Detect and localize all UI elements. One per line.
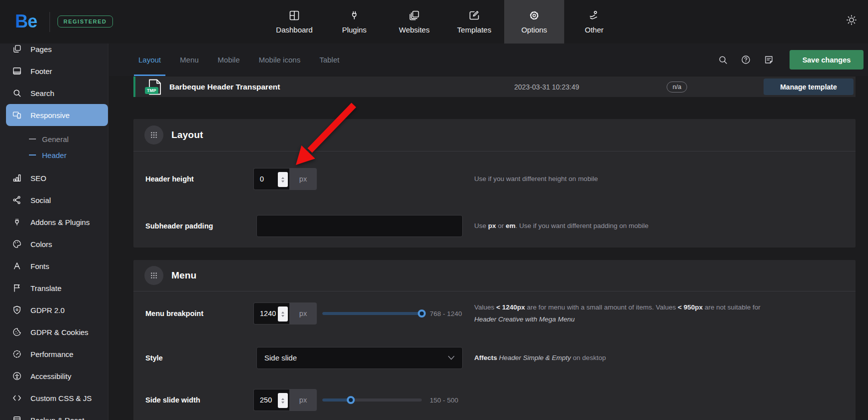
sidebar-subitem-header[interactable]: Header [0, 147, 108, 163]
menu-breakpoint-slider[interactable] [322, 310, 422, 318]
save-changes-button[interactable]: Save changes [790, 50, 864, 70]
nav-websites[interactable]: Websites [386, 0, 442, 44]
tab-mobile-icons[interactable]: Mobile icons [249, 44, 310, 76]
tab-label: Tablet [319, 56, 339, 64]
style-select[interactable]: Side slide [256, 347, 463, 369]
sidebar-item-label: GDPR 2.0 [30, 306, 64, 314]
search-icon[interactable] [718, 54, 728, 65]
number-stepper[interactable] [278, 172, 288, 187]
tab-menu[interactable]: Menu [170, 44, 208, 76]
sidebar-item-pages[interactable]: Pages [0, 44, 108, 60]
sidebar-item-label: Accessibility [30, 372, 71, 380]
sidebar-list: Pages Footer Search Responsive General H… [0, 44, 108, 420]
sidebar-item-label: Backup & Reset [30, 416, 84, 420]
option-row-header-height: Header height px Use if you want differe… [133, 152, 856, 206]
sidebar-item-footer[interactable]: Footer [0, 60, 108, 82]
help-icon[interactable] [741, 54, 751, 65]
nav-other[interactable]: Other [566, 0, 622, 44]
sidebar-item-addons-plugins[interactable]: Addons & Plugins [0, 211, 108, 233]
sidebar-item-label: Fonts [30, 262, 49, 270]
option-label: Header height [133, 175, 253, 183]
option-label: Style [133, 354, 253, 362]
option-label: Subheader padding [133, 222, 253, 230]
dash-icon [29, 154, 36, 156]
side-slide-width-input-group: px [253, 389, 317, 411]
websites-icon [408, 10, 420, 22]
nav-templates[interactable]: Templates [446, 0, 502, 44]
number-stepper[interactable] [278, 393, 288, 408]
sidebar-item-custom-css-js[interactable]: Custom CSS & JS [0, 387, 108, 409]
tab-label: Menu [180, 56, 199, 64]
other-icon [588, 10, 600, 22]
sidebar-item-label: Custom CSS & JS [30, 394, 92, 402]
tmp-badge: TMP [145, 87, 158, 94]
sidebar-item-responsive[interactable]: Responsive [6, 104, 108, 126]
notes-icon[interactable] [764, 54, 774, 65]
header-height-input[interactable] [254, 175, 276, 183]
manage-template-button[interactable]: Manage template [764, 78, 854, 95]
backup-icon [12, 415, 22, 420]
sidebar-item-label: GDPR & Cookies [30, 328, 88, 336]
option-description: Use px or em. Use if you want different … [474, 220, 769, 232]
fonts-icon [12, 261, 22, 271]
sidebar-item-label: Performance [30, 350, 73, 358]
drag-handle-icon[interactable] [144, 266, 163, 285]
search-icon [12, 88, 22, 98]
templates-icon [468, 10, 480, 22]
gdpr-shield-icon: G [12, 305, 22, 315]
template-row[interactable]: TMP Barbeque Header Transparent 2023-03-… [133, 76, 856, 97]
sidebar-item-fonts[interactable]: Fonts [0, 255, 108, 277]
section-menu-header: Menu [133, 260, 856, 292]
sidebar-subitem-label: Header [42, 151, 66, 160]
drag-handle-icon[interactable] [144, 126, 163, 144]
number-stepper[interactable] [278, 306, 288, 322]
slider-handle[interactable] [418, 310, 426, 318]
menu-breakpoint-input[interactable] [254, 310, 276, 318]
slider-track[interactable] [322, 312, 422, 315]
sidebar-item-gdpr20[interactable]: G GDPR 2.0 [0, 299, 108, 321]
subheader-padding-input[interactable] [256, 215, 463, 237]
sidebar-item-performance[interactable]: Performance [0, 343, 108, 365]
accessibility-icon [12, 371, 22, 381]
slider-track[interactable] [322, 398, 422, 402]
sidebar-item-social[interactable]: Social [0, 189, 108, 211]
menu-breakpoint-field[interactable] [253, 302, 289, 324]
sidebar-item-seo[interactable]: SEO [0, 167, 108, 189]
sidebar-subitem-label: General [42, 135, 68, 144]
side-slide-width-field[interactable] [253, 389, 289, 411]
nav-label: Websites [399, 26, 429, 34]
tab-layout[interactable]: Layout [129, 44, 170, 76]
sidebar-item-search[interactable]: Search [0, 82, 108, 104]
side-slide-width-slider[interactable] [322, 396, 422, 404]
option-control: px 150 - 500 [253, 389, 474, 411]
theme-toggle-sun-icon[interactable] [846, 14, 858, 26]
nav-label: Templates [457, 26, 491, 34]
sidebar-item-translate[interactable]: Translate [0, 277, 108, 299]
sidebar-item-gdpr-cookies[interactable]: GDPR & Cookies [0, 321, 108, 343]
tab-tablet[interactable]: Tablet [310, 44, 349, 76]
option-row-side-slide-width: Side slide width px 150 - 500 [133, 380, 856, 420]
side-slide-width-input[interactable] [254, 396, 276, 404]
seo-icon [12, 173, 22, 183]
nav-label: Dashboard [276, 26, 312, 34]
tab-mobile[interactable]: Mobile [208, 44, 249, 76]
template-title: Barbeque Header Transparent [169, 82, 280, 92]
slider-handle[interactable] [347, 396, 355, 404]
addons-plugins-icon [12, 217, 22, 227]
tab-label: Mobile [218, 56, 240, 64]
dashboard-icon [288, 10, 300, 22]
nav-label: Options [521, 26, 547, 34]
nav-plugins[interactable]: Plugins [326, 0, 382, 44]
sidebar-item-accessibility[interactable]: Accessibility [0, 365, 108, 387]
nav-dashboard[interactable]: Dashboard [266, 0, 322, 44]
sidebar-item-colors[interactable]: Colors [0, 233, 108, 255]
nav-options[interactable]: Options [504, 0, 564, 44]
sidebar-item-label: Responsive [30, 111, 69, 120]
sidebar-item-label: Addons & Plugins [30, 218, 89, 226]
sidebar-subitem-general[interactable]: General [0, 131, 108, 147]
style-select-value: Side slide [264, 354, 297, 362]
slider-range-label: 768 - 1240 [430, 310, 462, 318]
sidebar-item-backup-reset[interactable]: Backup & Reset [0, 409, 108, 420]
header-height-field[interactable] [253, 168, 289, 190]
option-label: Side slide width [133, 396, 253, 404]
